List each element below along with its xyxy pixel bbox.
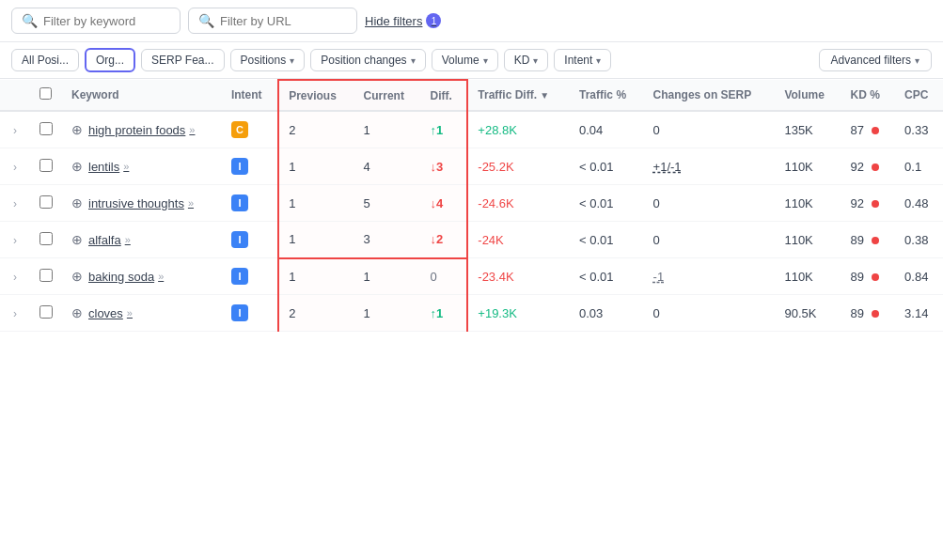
keyword-link[interactable]: lentils » <box>88 160 129 174</box>
kd-dot <box>872 163 879 171</box>
keyword-cell: ⊕ baking soda » <box>62 258 222 295</box>
cpc-cell: 0.1 <box>895 148 943 185</box>
keyword-link[interactable]: cloves » <box>88 306 133 320</box>
add-keyword-icon[interactable]: ⊕ <box>71 269 83 284</box>
add-keyword-icon[interactable]: ⊕ <box>71 232 83 247</box>
previous-cell: 1 <box>278 185 354 222</box>
navigate-icon: » <box>189 124 195 135</box>
expand-button[interactable]: › <box>9 197 21 210</box>
row-checkbox[interactable] <box>39 195 53 209</box>
url-input-field[interactable] <box>220 14 347 28</box>
add-keyword-icon[interactable]: ⊕ <box>71 122 83 137</box>
current-col-header[interactable]: Current <box>354 80 421 111</box>
keyword-col-header: Keyword <box>62 80 222 111</box>
previous-cell: 2 <box>278 111 354 148</box>
keyword-cell: ⊕ lentils » <box>62 148 222 185</box>
table-header-row: Keyword Intent Previous Current Diff. Tr… <box>0 80 943 111</box>
search-icon: 🔍 <box>22 13 38 28</box>
checkbox-cell <box>30 295 62 332</box>
keyword-link[interactable]: intrusive thoughts » <box>88 196 194 210</box>
serp-neg: -1 <box>653 270 665 284</box>
diff-col-header[interactable]: Diff. <box>421 80 468 111</box>
row-checkbox[interactable] <box>39 269 53 282</box>
traffic-diff-value: -23.4K <box>478 270 513 284</box>
diff-cell: ↑1 <box>421 111 468 148</box>
checkbox-cell <box>30 148 62 185</box>
kd-col-header: KD % <box>841 80 895 111</box>
keyword-filter-input[interactable]: 🔍 <box>11 8 181 34</box>
add-keyword-icon[interactable]: ⊕ <box>71 195 83 210</box>
kd-cell: 87 <box>841 111 895 148</box>
traffic-pct-cell: < 0.01 <box>570 258 644 295</box>
expand-button[interactable]: › <box>9 271 21 284</box>
keyword-link[interactable]: high protein foods » <box>88 123 195 137</box>
current-cell: 1 <box>354 258 421 295</box>
serp-changes: +1/-1 <box>653 160 682 174</box>
keyword-input-field[interactable] <box>43 14 170 28</box>
positions-dropdown[interactable]: Positions ▾ <box>230 49 306 71</box>
kd-cell: 92 <box>841 148 895 185</box>
diff-cell: ↓4 <box>421 185 468 222</box>
previous-col-header[interactable]: Previous <box>278 80 354 111</box>
advanced-filters-button[interactable]: Advanced filters ▾ <box>819 49 932 71</box>
table-row: › ⊕ baking soda » I 1 1 0 -23.4K < 0.01 … <box>0 258 943 295</box>
volume-cell: 135K <box>775 111 841 148</box>
keyword-link[interactable]: alfalfa » <box>88 233 131 247</box>
checkbox-cell <box>30 258 62 295</box>
expand-cell: › <box>0 111 30 148</box>
intent-badge: I <box>231 231 248 248</box>
previous-cell: 1 <box>278 258 354 295</box>
traffic-diff-col-header[interactable]: Traffic Diff. ▼ <box>467 80 570 111</box>
expand-button[interactable]: › <box>9 234 21 247</box>
hide-filters-button[interactable]: Hide filters 1 <box>365 13 441 28</box>
current-cell: 3 <box>354 222 421 258</box>
url-filter-input[interactable]: 🔍 <box>188 8 357 34</box>
position-changes-dropdown[interactable]: Position changes ▾ <box>310 49 425 71</box>
row-checkbox[interactable] <box>39 159 53 172</box>
diff-value: ↓4 <box>431 196 444 210</box>
expand-button[interactable]: › <box>9 124 21 137</box>
keyword-cell: ⊕ intrusive thoughts » <box>62 185 222 222</box>
previous-cell: 1 <box>278 148 354 185</box>
row-checkbox[interactable] <box>39 305 53 319</box>
expand-button[interactable]: › <box>9 161 21 174</box>
intent-cell: I <box>222 295 278 332</box>
row-checkbox[interactable] <box>39 122 53 135</box>
navigate-icon: » <box>188 197 194 209</box>
diff-value: 0 <box>431 270 437 284</box>
keyword-link[interactable]: baking soda » <box>88 270 164 284</box>
cpc-col-header: CPC <box>895 80 943 111</box>
filter-chip-org[interactable]: Org... <box>85 48 135 72</box>
volume-cell: 110K <box>775 185 841 222</box>
cpc-cell: 0.38 <box>895 222 943 258</box>
current-cell: 4 <box>354 148 421 185</box>
diff-value: ↑1 <box>431 123 444 137</box>
filter-chip-serp-fea[interactable]: SERP Fea... <box>141 49 224 71</box>
expand-button[interactable]: › <box>9 307 21 320</box>
navigate-icon: » <box>125 234 131 245</box>
volume-dropdown[interactable]: Volume ▾ <box>432 49 498 71</box>
checkbox-cell <box>30 185 62 222</box>
intent-col-header: Intent <box>222 80 278 111</box>
changes-serp-cell: -1 <box>644 258 776 295</box>
intent-badge: I <box>231 158 248 175</box>
filter-bar: 🔍 🔍 Hide filters 1 <box>0 0 943 42</box>
intent-dropdown[interactable]: Intent ▾ <box>554 49 611 71</box>
traffic-diff-cell: -24.6K <box>467 185 570 222</box>
select-all-checkbox[interactable] <box>39 87 52 100</box>
add-keyword-icon[interactable]: ⊕ <box>71 305 83 320</box>
current-cell: 1 <box>354 295 421 332</box>
diff-value: ↓3 <box>431 160 444 174</box>
add-keyword-icon[interactable]: ⊕ <box>71 159 83 174</box>
navigate-icon: » <box>127 307 133 319</box>
chevron-down-icon-6: ▾ <box>915 55 919 66</box>
row-checkbox[interactable] <box>39 232 53 245</box>
filter-chip-all-pos[interactable]: All Posi... <box>11 49 79 71</box>
changes-serp-cell: 0 <box>644 111 776 148</box>
filter-count-badge: 1 <box>426 13 441 28</box>
expand-cell: › <box>0 185 30 222</box>
table-row: › ⊕ intrusive thoughts » I 1 5 ↓4 -24.6K… <box>0 185 943 222</box>
kd-dropdown[interactable]: KD ▾ <box>504 49 549 71</box>
expand-cell: › <box>0 258 30 295</box>
table-row: › ⊕ lentils » I 1 4 ↓3 -25.2K < 0.01 +1/… <box>0 148 943 185</box>
